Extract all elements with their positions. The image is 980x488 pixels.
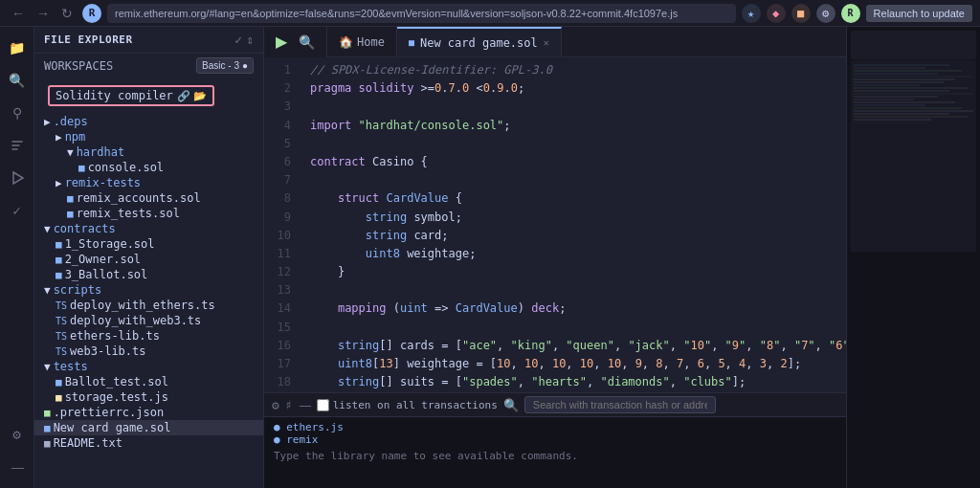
tab-sol-icon: ■ — [409, 37, 414, 48]
relaunch-button[interactable]: Relaunch to update — [866, 5, 972, 22]
tab-bar: ▶ 🔍 🏠 Home ■ New card game.sol ✕ — [264, 27, 846, 57]
tree-item-scripts[interactable]: ▼scripts — [34, 282, 263, 298]
tree-item-console-sol[interactable]: ■console.sol — [34, 160, 263, 175]
code-line: contract Casino { — [310, 153, 835, 171]
ext-icon-4[interactable]: ⚙ — [816, 4, 835, 23]
tree-item-ethers-lib[interactable]: TSethers-lib.ts — [34, 328, 263, 344]
tx-search-input[interactable] — [524, 396, 716, 413]
sidebar-item-search[interactable]: 🔍 — [4, 67, 31, 94]
forward-button[interactable]: → — [33, 4, 54, 23]
sidebar-item-extensions[interactable]: ⸻ — [4, 454, 31, 480]
tab-close-button[interactable]: ✕ — [544, 37, 549, 48]
listen-input[interactable] — [317, 399, 329, 411]
line-number: 7 — [272, 171, 291, 189]
folder-icon: ▼ — [44, 223, 51, 235]
sidebar-item-explorer[interactable]: 📁 — [4, 34, 31, 61]
tree-item-deploy-ethers[interactable]: TSdeploy_with_ethers.ts — [34, 298, 263, 313]
workspace-plus-icon: ● — [242, 60, 248, 71]
txt-icon: ■ — [44, 437, 51, 450]
tree-item-web3-lib[interactable]: TSweb3-lib.ts — [34, 344, 263, 359]
tree-item-ballot[interactable]: ■3_Ballot.sol — [34, 267, 263, 282]
tree-item-deploy-web3[interactable]: TSdeploy_with_web3.ts — [34, 313, 263, 328]
listen-checkbox[interactable]: listen on all transactions — [317, 399, 498, 411]
right-panel-content — [847, 27, 980, 257]
tree-item-remix-tests[interactable]: ▶remix-tests — [34, 175, 263, 190]
line-number: 6 — [272, 153, 291, 171]
sol-icon: ■ — [56, 254, 62, 266]
workspace-selector[interactable]: Basic - 3 ● — [196, 57, 254, 74]
filter-icon[interactable]: ⸻ — [299, 398, 311, 412]
code-line: pragma solidity >=0.7.0 <0.9.0; — [310, 79, 835, 98]
tree-item-owner[interactable]: ■2_Owner.sol — [34, 252, 263, 267]
checkmark-icon[interactable]: ✓ — [234, 33, 242, 47]
workspace-row: WORKSPACES Basic - 3 ● — [34, 54, 263, 78]
line-number: 10 — [272, 227, 291, 245]
line-number: 3 — [272, 98, 291, 116]
clear-icon[interactable]: ♯ — [285, 398, 293, 412]
user-avatar[interactable]: R — [841, 4, 860, 23]
folder-icon: ▶ — [56, 177, 62, 189]
sidebar-item-git[interactable]: ⚲ — [4, 100, 31, 126]
sidebar-item-settings[interactable]: ⚙ — [4, 421, 31, 448]
search-icon[interactable]: 🔍 — [503, 398, 519, 412]
tab-new-card-game[interactable]: ■ New card game.sol ✕ — [397, 27, 562, 56]
code-content[interactable]: // SPDX-License-Identifier: GPL-3.0pragm… — [299, 57, 846, 392]
ext-icon-3[interactable]: ■ — [791, 4, 811, 23]
sidebar-item-compile[interactable] — [4, 132, 31, 159]
tree-item-remix-tests-sol[interactable]: ■remix_tests.sol — [34, 206, 263, 221]
ext-icon-1[interactable]: ★ — [742, 4, 761, 23]
tab-home[interactable]: 🏠 Home — [327, 27, 397, 56]
plugin-folder-icon[interactable]: 📂 — [193, 90, 207, 102]
code-line — [310, 171, 835, 189]
json-icon: ■ — [44, 407, 51, 419]
sidebar-item-deploy[interactable] — [4, 165, 31, 191]
main-layout: 📁 🔍 ⚲ ✓ ⚙ ⸻ FILE EXPLORER ✓ ⇕ WORKSPACES… — [0, 27, 980, 488]
line-number: 15 — [272, 319, 291, 337]
tree-item-ballot-test[interactable]: ■Ballot_test.sol — [34, 374, 263, 389]
ext-icon-2[interactable]: ◆ — [767, 4, 786, 23]
tree-item-new-card-game[interactable]: ■New card game.sol — [34, 420, 263, 435]
tree-item-deps[interactable]: ▶.deps — [34, 114, 263, 129]
expand-icon[interactable]: ⇕ — [246, 33, 254, 47]
ts-icon: TS — [56, 346, 67, 357]
sol-icon: ■ — [78, 162, 85, 174]
folder-icon: ▶ — [56, 131, 62, 144]
tree-item-npm[interactable]: ▶npm — [34, 129, 263, 144]
terminal-icon[interactable]: ⚙ — [272, 398, 279, 412]
bottom-content: ● ethers.js ● remix Type the library nam… — [264, 417, 846, 488]
mini-preview-2 — [851, 60, 976, 252]
address-bar[interactable] — [107, 4, 736, 23]
solidity-compiler-plugin[interactable]: Solidity compiler 🔗 📂 — [48, 85, 214, 106]
reload-button[interactable]: ↻ — [57, 4, 77, 23]
line-number: 18 — [272, 373, 291, 391]
code-line: } — [310, 263, 835, 281]
remix-link[interactable]: ● remix — [274, 433, 836, 446]
plugin-link-icon[interactable]: 🔗 — [177, 90, 190, 102]
bottom-panel: ⚙ ♯ ⸻ listen on all transactions 🔍 ● eth… — [264, 392, 846, 488]
code-line: uint8[13] weightage = [10, 10, 10, 10, 1… — [310, 355, 835, 373]
tree-item-contracts[interactable]: ▼contracts — [34, 221, 263, 236]
run-button[interactable]: ▶ — [272, 31, 291, 53]
tree-item-tests[interactable]: ▼tests — [34, 359, 263, 374]
tree-item-storage[interactable]: ■1_Storage.sol — [34, 236, 263, 252]
code-line — [310, 98, 835, 116]
tree-item-readme[interactable]: ■README.txt — [34, 435, 263, 451]
back-button[interactable]: ← — [8, 4, 29, 23]
code-line: uint8 weightage; — [310, 245, 835, 263]
ethersjs-link[interactable]: ● ethers.js — [274, 421, 836, 433]
listen-label: listen on all transactions — [333, 399, 498, 411]
line-number: 12 — [272, 263, 291, 281]
tree-item-hardhat[interactable]: ▼hardhat — [34, 144, 263, 160]
plugin-icons: 🔗 📂 — [177, 90, 207, 102]
top-bar: ← → ↻ R ★ ◆ ■ ⚙ R Relaunch to update — [0, 0, 980, 27]
search-code-button[interactable]: 🔍 — [295, 33, 319, 52]
ts-icon: TS — [56, 300, 67, 311]
sol-icon: ■ — [44, 422, 51, 434]
right-panel — [846, 27, 980, 488]
tree-item-prettierrc[interactable]: ■.prettierrc.json — [34, 405, 263, 420]
sol-icon: ■ — [67, 208, 74, 220]
tree-item-storage-test[interactable]: ■storage.test.js — [34, 389, 263, 405]
home-label: Home — [357, 35, 385, 49]
sidebar-item-test[interactable]: ✓ — [4, 197, 31, 224]
tree-item-remix-accounts[interactable]: ■remix_accounts.sol — [34, 190, 263, 206]
